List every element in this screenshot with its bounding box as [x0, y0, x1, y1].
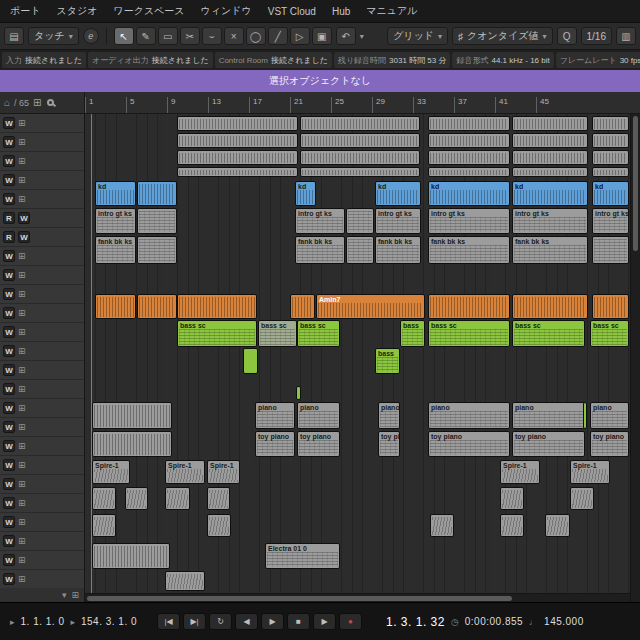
clip-unlabeled[interactable]	[177, 116, 298, 131]
clip-fank-bk-ks[interactable]: fank bk ks	[95, 236, 136, 264]
track-row-9[interactable]: W⊞	[0, 266, 84, 285]
clip-unlabeled[interactable]	[512, 150, 588, 165]
automation-w-button[interactable]: W	[3, 136, 15, 148]
track-row-3[interactable]: W⊞	[0, 152, 84, 171]
clip-bass-sc[interactable]: bass sc	[177, 320, 257, 347]
automation-w-button[interactable]: W	[3, 288, 15, 300]
track-row-24[interactable]: W⊞	[0, 551, 84, 570]
clip-intro-gt-ks[interactable]: intro gt ks	[95, 208, 136, 234]
automation-w-button[interactable]: W	[3, 269, 15, 281]
automation-r-button[interactable]: R	[3, 212, 15, 224]
clip-Spire-1[interactable]: Spire-1	[92, 460, 130, 484]
track-row-12[interactable]: W⊞	[0, 323, 84, 342]
track-row-5[interactable]: W⊞	[0, 190, 84, 209]
clip-piano[interactable]: piano	[512, 402, 585, 429]
clip-unlabeled[interactable]	[177, 150, 298, 165]
clip-intro-gt-ks[interactable]: intro gt ks	[592, 208, 629, 234]
clip-piano[interactable]: piano	[255, 402, 295, 429]
clip-toy-piano[interactable]: toy piano	[428, 431, 510, 457]
status-cell-0[interactable]: 入力接続されました	[2, 52, 86, 68]
track-row-1[interactable]: W⊞	[0, 114, 84, 133]
clip-kd[interactable]: kd	[375, 181, 421, 206]
clip-unlabeled[interactable]	[177, 167, 298, 177]
clip-piano[interactable]: piano	[297, 402, 340, 429]
vertical-scrollbar[interactable]	[630, 114, 640, 602]
clip-unlabeled[interactable]	[500, 487, 524, 510]
menu-item-1[interactable]: スタジオ	[56, 4, 97, 18]
clip-piano[interactable]: piano	[428, 402, 510, 429]
automation-w-button[interactable]: W	[3, 193, 15, 205]
track-footer-icon-1[interactable]: ⊞	[71, 590, 79, 600]
clip-unlabeled[interactable]	[137, 236, 177, 264]
time-display[interactable]: 0:00:00.855	[465, 616, 523, 627]
clip-unlabeled[interactable]	[592, 236, 629, 264]
goto-start-button[interactable]: |◀	[157, 613, 180, 630]
clip-unlabeled[interactable]	[290, 294, 315, 319]
clip-unlabeled[interactable]	[137, 294, 177, 319]
clip-unlabeled[interactable]	[92, 431, 172, 457]
track-row-7[interactable]: RW	[0, 228, 84, 247]
clip-unlabeled[interactable]	[346, 236, 374, 264]
clip-toy-piano[interactable]: toy piano	[512, 431, 585, 457]
track-row-20[interactable]: W⊞	[0, 475, 84, 494]
clip-unlabeled[interactable]	[296, 386, 301, 400]
automation-w-button[interactable]: W	[3, 440, 15, 452]
quantize-preset-select[interactable]: ♯ クオンタイズ値 ▾	[452, 27, 552, 45]
clip-unlabeled[interactable]	[500, 514, 524, 537]
automation-w-button[interactable]: W	[3, 554, 15, 566]
iterative-quantize-button[interactable]: Q	[557, 27, 577, 45]
clip-bass-sc[interactable]: bass sc	[590, 320, 629, 347]
clip-unlabeled[interactable]	[592, 133, 629, 148]
automation-w-button[interactable]: W	[3, 402, 15, 414]
automation-w-button[interactable]: W	[3, 250, 15, 262]
status-cell-2[interactable]: Control Room接続されました	[215, 52, 332, 68]
track-row-8[interactable]: W⊞	[0, 247, 84, 266]
play-button[interactable]: ▶	[313, 613, 336, 630]
clip-unlabeled[interactable]	[512, 167, 588, 177]
automation-w-button[interactable]: W	[3, 326, 15, 338]
clip-bass-sc[interactable]: bass sc	[297, 320, 340, 347]
clip-kd[interactable]: kd	[295, 181, 316, 206]
clip-unlabeled[interactable]	[207, 514, 231, 537]
autoscroll-button[interactable]: ↶	[336, 27, 356, 45]
clip-unlabeled[interactable]	[177, 294, 257, 319]
clip-unlabeled[interactable]	[177, 133, 298, 148]
track-row-22[interactable]: W⊞	[0, 513, 84, 532]
clip-piano[interactable]: piano	[590, 402, 629, 429]
clip-toy-piano[interactable]: toy piano	[378, 431, 400, 457]
automation-w-button[interactable]: W	[3, 364, 15, 376]
clip-toy-piano[interactable]: toy piano	[590, 431, 629, 457]
clip-intro-gt-ks[interactable]: intro gt ks	[295, 208, 345, 234]
clip-unlabeled[interactable]	[592, 167, 629, 177]
clip-Amin7[interactable]: Amin7	[316, 294, 425, 319]
window-setup-icon[interactable]: ▤	[4, 27, 24, 45]
glue-tool[interactable]: ⌣	[202, 27, 222, 45]
menu-item-6[interactable]: マニュアル	[366, 4, 417, 18]
mute-tool[interactable]: ×	[224, 27, 244, 45]
clip-bass[interactable]: bass	[375, 348, 400, 374]
clip-piano[interactable]: piano	[378, 402, 400, 429]
automation-w-button[interactable]: W	[3, 421, 15, 433]
clip-unlabeled[interactable]	[592, 150, 629, 165]
goto-end-button[interactable]: ▶|	[183, 613, 206, 630]
clip-unlabeled[interactable]	[165, 571, 205, 591]
menu-item-2[interactable]: ワークスペース	[113, 4, 184, 18]
clip-unlabeled[interactable]	[428, 116, 510, 131]
record-button[interactable]: ●	[339, 613, 362, 630]
menu-item-5[interactable]: Hub	[332, 6, 350, 17]
clip-kd[interactable]: kd	[512, 181, 588, 206]
automation-w-button[interactable]: W	[3, 307, 15, 319]
track-row-14[interactable]: W⊞	[0, 361, 84, 380]
clip-unlabeled[interactable]	[346, 208, 374, 234]
clip-unlabeled[interactable]	[92, 514, 116, 537]
stop-button[interactable]: ■	[287, 613, 310, 630]
clip-kd[interactable]: kd	[592, 181, 629, 206]
clip-bass-sc[interactable]: bass sc	[428, 320, 510, 347]
track-row-10[interactable]: W⊞	[0, 285, 84, 304]
right-locator-value[interactable]: 154. 3. 1. 0	[81, 616, 137, 627]
clip-Electra-01-0[interactable]: Electra 01 0	[265, 543, 340, 569]
track-row-6[interactable]: RW	[0, 209, 84, 228]
automation-settings-button[interactable]: e	[83, 28, 99, 44]
clip-unlabeled[interactable]	[512, 116, 588, 131]
track-row-19[interactable]: W⊞	[0, 456, 84, 475]
